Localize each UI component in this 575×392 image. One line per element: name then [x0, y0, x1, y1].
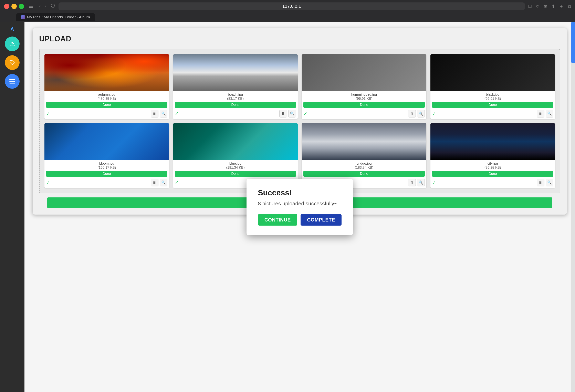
success-title: Success! — [258, 189, 342, 197]
back-button[interactable]: ‹ — [38, 3, 42, 9]
active-tab[interactable]: ✦ My Pics / My Friends' Folder - Album — [16, 13, 95, 21]
reader-mode-icon[interactable]: ⊡ — [528, 4, 532, 9]
security-icon: 🛡 — [51, 4, 55, 9]
continue-button[interactable]: CONTINUE — [258, 214, 297, 226]
svg-rect-1 — [29, 6, 33, 6]
fullscreen-button[interactable] — [19, 4, 24, 9]
forward-button[interactable]: › — [44, 3, 47, 9]
complete-button[interactable]: COMPLETE — [301, 214, 341, 226]
minimize-button[interactable] — [11, 4, 17, 9]
modal-buttons: CONTINUE COMPLETE — [258, 214, 342, 226]
success-message: 8 pictures uploaded successfully~ — [258, 200, 342, 207]
sidebar-toggle-button[interactable] — [27, 3, 35, 9]
app-content: A UPLOAD — [0, 22, 575, 392]
share-icon[interactable]: ⬆ — [551, 4, 555, 9]
modal-overlay: Success! 8 pictures uploaded successfull… — [24, 22, 575, 392]
main-area: UPLOAD autumn.jpg (480.35 KB) Done ✓ — [24, 22, 575, 392]
svg-rect-4 — [9, 79, 15, 80]
svg-rect-2 — [29, 7, 33, 8]
sidebar-item-menu[interactable] — [5, 74, 20, 89]
traffic-lights — [4, 4, 24, 9]
tab-title: My Pics / My Friends' Folder - Album — [27, 15, 90, 19]
tab-bar: ✦ My Pics / My Friends' Folder - Album — [4, 12, 571, 22]
browser-toolbar: ‹ › 🛡 127.0.0.1 ⊡ ↻ ⊕ ⬆ ＋ ⧉ — [4, 2, 571, 10]
success-modal: Success! 8 pictures uploaded successfull… — [246, 179, 353, 235]
browser-actions: ⊡ ↻ ⊕ ⬆ ＋ ⧉ — [528, 3, 571, 9]
nav-buttons: ‹ › — [38, 3, 48, 9]
tab-overview-icon[interactable]: ⧉ — [568, 4, 571, 9]
svg-rect-5 — [9, 81, 15, 82]
browser-chrome: ‹ › 🛡 127.0.0.1 ⊡ ↻ ⊕ ⬆ ＋ ⧉ ✦ My Pics / … — [0, 0, 575, 22]
download-icon[interactable]: ⊕ — [544, 4, 547, 9]
new-tab-icon[interactable]: ＋ — [559, 3, 564, 9]
sidebar: A — [0, 22, 24, 392]
address-bar[interactable]: 127.0.0.1 — [59, 2, 525, 10]
reload-icon[interactable]: ↻ — [536, 4, 540, 9]
svg-point-3 — [11, 61, 11, 62]
sidebar-item-upload[interactable] — [5, 37, 20, 51]
svg-rect-0 — [29, 5, 33, 5]
sidebar-item-tag[interactable] — [5, 55, 20, 70]
app-logo: A — [10, 26, 14, 32]
tab-favicon: ✦ — [21, 15, 25, 19]
close-button[interactable] — [4, 4, 9, 9]
svg-rect-6 — [9, 83, 15, 84]
